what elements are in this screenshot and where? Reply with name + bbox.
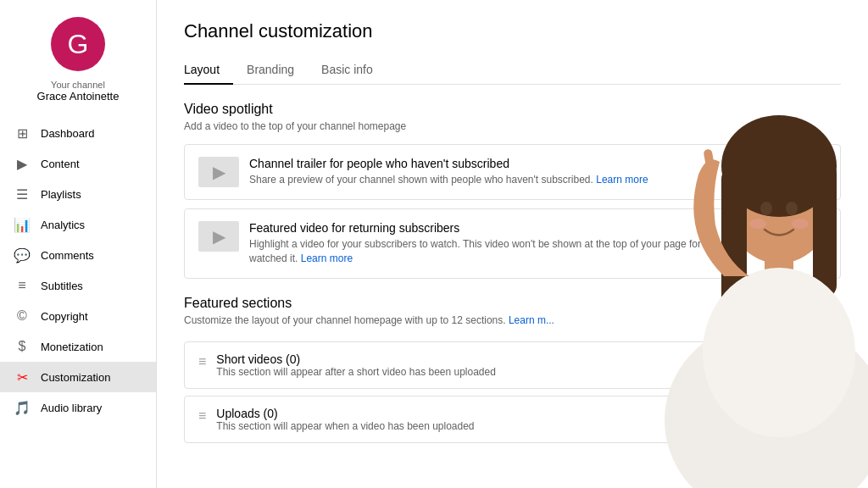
- channel-trailer-add-btn[interactable]: ADD: [804, 166, 826, 179]
- main-content: Channel customization LayoutBrandingBasi…: [157, 0, 868, 488]
- featured-video-learn-more[interactable]: Learn more: [301, 252, 353, 264]
- sidebar-item-copyright[interactable]: © Copyright: [0, 301, 156, 331]
- uploads-drag-handle[interactable]: ≡: [198, 407, 206, 424]
- sidebar-item-dashboard[interactable]: ⊞ Dashboard: [0, 118, 156, 148]
- sidebar-label-playlists: Playlists: [41, 188, 81, 201]
- sidebar-item-monetization[interactable]: $ Monetization: [0, 331, 156, 362]
- featured-sections-header: Featured sections Customize the layout o…: [184, 296, 841, 338]
- featured-video-thumb: ▶: [198, 221, 239, 252]
- add-section-button[interactable]: + ADD SECTION: [757, 310, 841, 323]
- content-icon: ▶: [14, 155, 31, 172]
- tab-branding[interactable]: Branding: [233, 56, 308, 85]
- channel-trailer-title: Channel trailer for people who haven't s…: [249, 157, 826, 170]
- sidebar-label-copyright: Copyright: [41, 310, 88, 323]
- channel-name: Grace Antoinette: [37, 90, 120, 103]
- short-videos-drag-handle[interactable]: ≡: [198, 352, 206, 369]
- sidebar-label-content: Content: [41, 158, 80, 170]
- sidebar-label-subtitles: Subtitles: [41, 280, 83, 292]
- sidebar-item-audio-library[interactable]: 🎵 Audio library: [0, 392, 156, 423]
- sidebar-item-playlists[interactable]: ☰ Playlists: [0, 179, 156, 209]
- tab-layout[interactable]: Layout: [184, 56, 233, 85]
- channel-trailer-learn-more[interactable]: Learn more: [596, 174, 648, 186]
- featured-sections-learn-more[interactable]: Learn m...: [509, 314, 554, 326]
- channel-trailer-card: ▶ Channel trailer for people who haven't…: [184, 144, 841, 200]
- comments-icon: 💬: [14, 247, 31, 263]
- featured-sections: Featured sections Customize the layout o…: [184, 296, 841, 443]
- sidebar-item-subtitles[interactable]: ≡ Subtitles: [0, 270, 156, 301]
- customization-icon: ✂: [14, 369, 31, 385]
- uploads-row: ≡ Uploads (0) This section will appear w…: [184, 396, 841, 443]
- sidebar-item-customization[interactable]: ✂ Customization: [0, 362, 156, 392]
- sidebar-item-content[interactable]: ▶ Content: [0, 148, 156, 179]
- sidebar-item-comments[interactable]: 💬 Comments: [0, 240, 156, 270]
- short-videos-title: Short videos (0): [216, 352, 826, 366]
- monetization-icon: $: [14, 338, 31, 355]
- short-videos-row: ≡ Short videos (0) This section will app…: [184, 341, 841, 389]
- channel-avatar: G: [51, 17, 105, 71]
- tab-basic-info[interactable]: Basic info: [308, 56, 387, 85]
- sidebar-label-monetization: Monetization: [41, 341, 103, 353]
- featured-video-content: Featured video for returning subscribers…: [249, 221, 826, 266]
- uploads-title: Uploads (0): [216, 407, 826, 420]
- video-spotlight-section: Video spotlight Add a video to the top o…: [184, 102, 841, 279]
- uploads-desc: This section will appear when a video ha…: [216, 420, 826, 432]
- featured-video-title: Featured video for returning subscribers: [249, 221, 826, 235]
- video-spotlight-title: Video spotlight: [184, 102, 841, 117]
- featured-video-desc: Highlight a video for your subscribers t…: [249, 237, 826, 266]
- copyright-icon: ©: [14, 308, 31, 324]
- short-videos-desc: This section will appear after a short v…: [216, 366, 826, 378]
- tabs: LayoutBrandingBasic info: [184, 56, 841, 85]
- channel-trailer-thumb: ▶: [198, 157, 239, 187]
- sidebar-item-analytics[interactable]: 📊 Analytics: [0, 209, 156, 240]
- subtitles-icon: ≡: [14, 277, 31, 294]
- featured-video-add-btn[interactable]: ADD: [804, 237, 826, 250]
- sidebar: G Your channel Grace Antoinette ⊞ Dashbo…: [0, 0, 157, 488]
- sidebar-label-customization: Customization: [41, 371, 110, 384]
- featured-video-card: ▶ Featured video for returning subscribe…: [184, 208, 841, 279]
- your-channel-label: Your channel: [51, 80, 105, 90]
- playlists-icon: ☰: [14, 186, 31, 202]
- sidebar-label-dashboard: Dashboard: [41, 127, 95, 140]
- audio-library-icon: 🎵: [14, 399, 31, 416]
- analytics-icon: 📊: [14, 216, 31, 233]
- sidebar-label-audio-library: Audio library: [41, 402, 102, 414]
- dashboard-icon: ⊞: [14, 125, 31, 141]
- page-title: Channel customization: [184, 20, 841, 42]
- sidebar-label-comments: Comments: [41, 249, 94, 262]
- featured-sections-desc: Customize the layout of your channel hom…: [184, 314, 554, 326]
- sidebar-nav: ⊞ Dashboard ▶ Content ☰ Playlists 📊 Anal…: [0, 118, 156, 423]
- featured-sections-title: Featured sections: [184, 296, 554, 311]
- channel-trailer-content: Channel trailer for people who haven't s…: [249, 157, 826, 187]
- channel-trailer-desc: Share a preview of your channel shown wi…: [249, 173, 826, 187]
- video-spotlight-desc: Add a video to the top of your channel h…: [184, 120, 841, 132]
- sidebar-label-analytics: Analytics: [41, 219, 85, 231]
